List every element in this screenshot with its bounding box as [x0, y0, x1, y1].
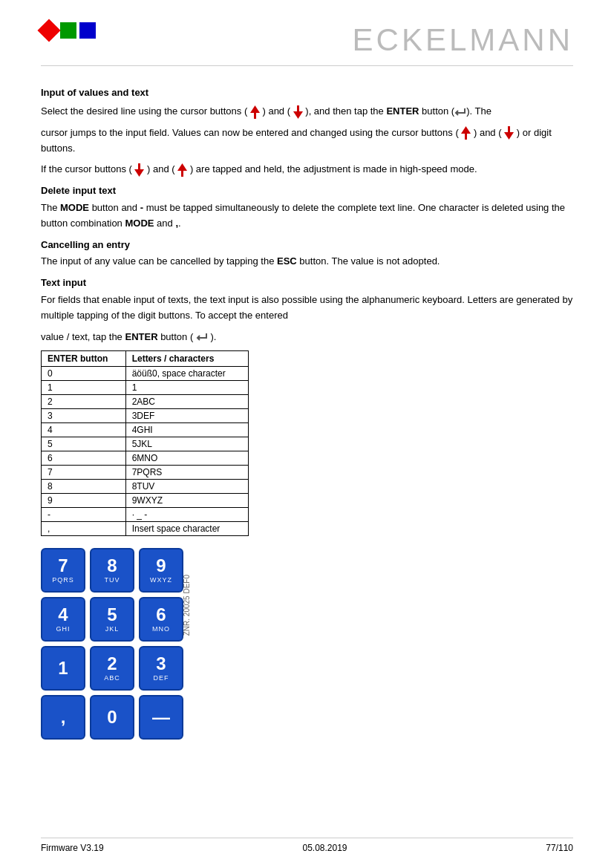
svg-rect-5 [465, 134, 467, 140]
para1-text1: Select the desired line using the cursor… [41, 105, 247, 117]
arrow-down-icon-2 [504, 126, 514, 140]
key-number: 6 [156, 606, 166, 624]
table-cell-key: 2 [42, 395, 126, 409]
svg-rect-1 [254, 113, 256, 119]
para1-text2: ) and ( [262, 105, 290, 117]
svg-rect-6 [508, 126, 510, 132]
svg-marker-9 [134, 169, 144, 177]
arrow-up-icon-2 [461, 126, 471, 140]
table-row: 99WXYZ [42, 494, 249, 508]
company-name: ECKELMANN [353, 22, 573, 58]
keypad-key-1[interactable]: 1 [41, 646, 85, 691]
delete-title: Delete input text [41, 183, 573, 199]
table-cell-key: 8 [42, 480, 126, 494]
keypad-key-0[interactable]: 0 [90, 695, 134, 740]
keypad-key-3[interactable]: 3DEF [139, 646, 183, 691]
svg-marker-0 [250, 105, 260, 113]
table-cell-chars: Insert space character [125, 522, 248, 536]
table-row: 11 [42, 381, 249, 395]
key-number: 5 [107, 606, 117, 624]
svg-marker-3 [293, 111, 303, 119]
table-cell-chars: 3DEF [125, 409, 248, 423]
para3-text3: ) are tapped and held, the adjustment is… [190, 163, 477, 174]
table-cell-key: - [42, 508, 126, 522]
keypad-key-7[interactable]: 7PQRS [41, 548, 85, 593]
para2-text2: ) and ( [474, 127, 502, 138]
keypad-key-5[interactable]: 5JKL [90, 597, 134, 642]
table-cell-chars: 8TUV [125, 480, 248, 494]
keypad-key-2[interactable]: 2ABC [90, 646, 134, 691]
table-row: ,Insert space character [42, 522, 249, 536]
table-cell-key: 5 [42, 437, 126, 451]
para1-text5: ). The [466, 105, 491, 117]
key-number: 8 [107, 557, 117, 575]
para1-bold1: ENTER [386, 105, 419, 117]
para2-text1: cursor jumps to the input field. Values … [41, 127, 459, 138]
key-number: 3 [156, 655, 166, 673]
svg-marker-4 [461, 126, 471, 134]
table-cell-chars: 5JKL [125, 437, 248, 451]
key-letters: TUV [105, 576, 120, 584]
key-number: 4 [58, 606, 68, 624]
svg-rect-11 [181, 171, 183, 177]
key-letters: GHI [56, 625, 70, 633]
svg-rect-2 [297, 105, 299, 111]
keypad-key-9[interactable]: 9WXYZ [139, 548, 183, 593]
para1-text4: button ( [419, 105, 455, 117]
table-cell-chars: 7PQRS [125, 466, 248, 480]
key-number: 9 [156, 557, 166, 575]
key-letters: DEF [154, 674, 169, 682]
table-cell-chars: 1 [125, 381, 248, 395]
watermark: ZNR. 20025 DEF0 [183, 575, 191, 636]
key-number: 2 [107, 655, 117, 673]
table-cell-key: 4 [42, 423, 126, 437]
keypad-key-—[interactable]: — [139, 695, 183, 740]
logo-red-diamond [37, 19, 60, 42]
delete-text: The MODE button and - must be tapped sim… [41, 200, 573, 232]
value-text: value / text, tap the ENTER button ( ). [41, 330, 573, 345]
page-header: ECKELMANN [41, 22, 573, 66]
table-row: 66MNO [42, 451, 249, 466]
paragraph-1: Select the desired line using the cursor… [41, 104, 573, 120]
table-row: 0äöüß0, space character [42, 367, 249, 381]
text-input-title: Text input [41, 275, 573, 291]
para1-text3: ), and then tap the [305, 105, 386, 117]
key-letters: PQRS [52, 576, 74, 584]
keypad-key-,[interactable]: , [41, 695, 85, 740]
footer-page: 77/110 [546, 843, 573, 853]
table-row: -· _ - [42, 508, 249, 522]
cancel-text: The input of any value can be cancelled … [41, 254, 573, 270]
table-cell-chars: 2ABC [125, 395, 248, 409]
paragraph-3: If the cursor buttons ( ) and ( ) are ta… [41, 162, 573, 177]
table-cell-key: , [42, 522, 126, 536]
footer-date: 05.08.2019 [302, 843, 347, 853]
cancel-title: Cancelling an entry [41, 238, 573, 253]
key-letters: JKL [105, 625, 120, 633]
table-row: 88TUV [42, 480, 249, 494]
svg-rect-8 [138, 163, 140, 169]
key-number: 7 [58, 557, 68, 575]
table-cell-key: 1 [42, 381, 126, 395]
keypad-key-8[interactable]: 8TUV [90, 548, 134, 593]
character-table: ENTER button Letters / characters 0äöüß0… [41, 350, 249, 536]
arrow-down-icon-3 [134, 163, 144, 177]
table-cell-chars: 4GHI [125, 423, 248, 437]
enter-icon-1 [454, 107, 466, 117]
svg-marker-10 [177, 163, 187, 171]
text-input-body: For fields that enable input of texts, t… [41, 293, 573, 324]
table-cell-key: 3 [42, 409, 126, 423]
table-cell-key: 6 [42, 451, 126, 466]
logo-blue-rect [79, 22, 96, 39]
key-number: 1 [58, 659, 68, 677]
keypad-key-4[interactable]: 4GHI [41, 597, 85, 642]
table-cell-key: 9 [42, 494, 126, 508]
enter-icon-2 [196, 332, 208, 342]
key-letters: MNO [152, 625, 170, 633]
logo-green-square [60, 22, 76, 39]
table-row: 33DEF [42, 409, 249, 423]
keypad-container: 7PQRS8TUV9WXYZ4GHI5JKL6MNO12ABC3DEF,0— Z… [41, 548, 204, 740]
keypad-key-6[interactable]: 6MNO [139, 597, 183, 642]
page-footer: Firmware V3.19 05.08.2019 77/110 [41, 838, 573, 853]
arrow-up-icon-3 [177, 163, 187, 177]
table-row: 55JKL [42, 437, 249, 451]
